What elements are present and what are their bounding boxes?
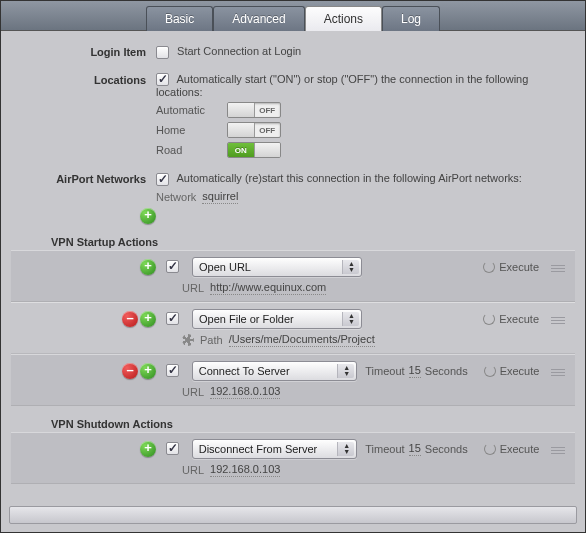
- drag-handle-icon[interactable]: [551, 443, 565, 454]
- action-url-value[interactable]: 192.168.0.103: [210, 463, 280, 477]
- location-toggle-road[interactable]: ON: [227, 142, 281, 158]
- tab-advanced[interactable]: Advanced: [213, 6, 304, 31]
- login-item-text: Start Connection at Login: [177, 45, 301, 57]
- location-toggle-home[interactable]: OFF: [227, 122, 281, 138]
- execute-icon: [483, 261, 495, 273]
- action-sub-label: URL: [182, 386, 204, 398]
- remove-action-button[interactable]: –: [122, 363, 138, 379]
- execute-button[interactable]: Execute: [484, 443, 540, 455]
- execute-button[interactable]: Execute: [483, 313, 539, 325]
- airport-network-label: Network: [156, 191, 196, 203]
- timeout-label: Timeout: [365, 443, 404, 455]
- footer-bar: [9, 506, 577, 524]
- execute-button[interactable]: Execute: [484, 365, 540, 377]
- location-toggle-automatic[interactable]: OFF: [227, 102, 281, 118]
- action-sub-label: Path: [200, 334, 223, 346]
- action-url-value[interactable]: 192.168.0.103: [210, 385, 280, 399]
- action-sub-label: URL: [182, 282, 204, 294]
- location-name: Automatic: [156, 104, 221, 116]
- airport-text: Automatically (re)start this connection …: [176, 172, 521, 184]
- execute-button[interactable]: Execute: [483, 261, 539, 273]
- airport-checkbox[interactable]: [156, 173, 169, 186]
- execute-icon: [484, 443, 496, 455]
- login-item-checkbox[interactable]: [156, 46, 169, 59]
- locations-checkbox[interactable]: [156, 73, 169, 86]
- locations-label: Locations: [11, 73, 156, 86]
- login-item-label: Login Item: [11, 45, 156, 58]
- action-sub-label: URL: [182, 464, 204, 476]
- location-name: Road: [156, 144, 221, 156]
- seconds-label: Seconds: [425, 365, 468, 377]
- action-enable-checkbox[interactable]: [166, 312, 179, 325]
- airport-network-value[interactable]: squirrel: [202, 190, 238, 204]
- timeout-value[interactable]: 15: [409, 442, 421, 456]
- drag-handle-icon[interactable]: [551, 365, 565, 376]
- locations-text: Automatically start ("ON") or stop ("OFF…: [156, 73, 528, 99]
- action-type-select[interactable]: Open URL ▲▼: [192, 257, 362, 277]
- timeout-value[interactable]: 15: [409, 364, 421, 378]
- action-enable-checkbox[interactable]: [166, 260, 179, 273]
- action-type-select[interactable]: Connect To Server ▲▼: [192, 361, 358, 381]
- drag-handle-icon[interactable]: [551, 261, 565, 272]
- add-action-button[interactable]: +: [140, 363, 156, 379]
- action-type-select[interactable]: Disconnect From Server ▲▼: [192, 439, 358, 459]
- tab-actions[interactable]: Actions: [305, 6, 382, 31]
- action-url-value[interactable]: http://www.equinux.com: [210, 281, 326, 295]
- add-airport-network-button[interactable]: +: [140, 208, 156, 224]
- shutdown-actions-header: VPN Shutdown Actions: [11, 406, 575, 432]
- remove-action-button[interactable]: –: [122, 311, 138, 327]
- execute-icon: [483, 313, 495, 325]
- add-action-button[interactable]: +: [140, 441, 156, 457]
- action-enable-checkbox[interactable]: [166, 364, 179, 377]
- tab-basic[interactable]: Basic: [146, 6, 213, 31]
- add-action-button[interactable]: +: [140, 311, 156, 327]
- action-enable-checkbox[interactable]: [166, 442, 179, 455]
- startup-actions-header: VPN Startup Actions: [11, 224, 575, 250]
- tab-log[interactable]: Log: [382, 6, 440, 31]
- add-action-button[interactable]: +: [140, 259, 156, 275]
- location-name: Home: [156, 124, 221, 136]
- drag-handle-icon[interactable]: [551, 313, 565, 324]
- action-path-value[interactable]: /Users/me/Documents/Project: [229, 333, 375, 347]
- path-gear-icon[interactable]: [182, 334, 194, 346]
- timeout-label: Timeout: [365, 365, 404, 377]
- airport-label: AirPort Networks: [11, 172, 156, 185]
- seconds-label: Seconds: [425, 443, 468, 455]
- action-type-select[interactable]: Open File or Folder ▲▼: [192, 309, 362, 329]
- execute-icon: [484, 365, 496, 377]
